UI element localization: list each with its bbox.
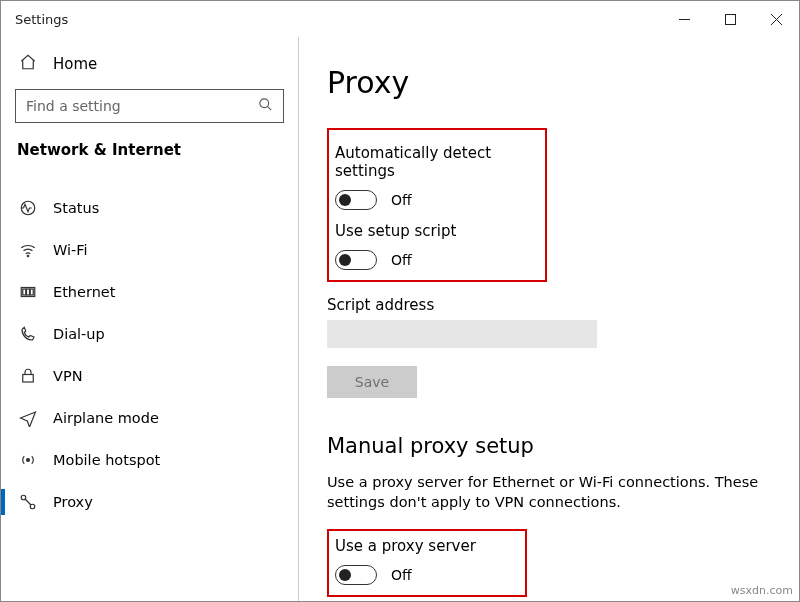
close-button[interactable]: [753, 1, 799, 37]
sidebar-item-label: VPN: [53, 368, 83, 384]
svg-rect-12: [23, 375, 34, 383]
auto-detect-label: Automatically detect settings: [335, 144, 525, 180]
setup-script-label: Use setup script: [335, 222, 525, 240]
sidebar-item-hotspot[interactable]: Mobile hotspot: [1, 439, 298, 481]
sidebar-item-label: Mobile hotspot: [53, 452, 160, 468]
highlight-box-auto: Automatically detect settings Off Use se…: [327, 128, 547, 282]
sidebar-item-label: Proxy: [53, 494, 93, 510]
manual-setup-heading: Manual proxy setup: [327, 434, 771, 458]
content-pane: Proxy Automatically detect settings Off …: [299, 37, 799, 601]
svg-rect-9: [23, 289, 26, 295]
airplane-icon: [19, 409, 37, 427]
category-heading: Network & Internet: [1, 137, 298, 173]
nav-list: Status Wi-Fi Ethernet Dial-up: [1, 187, 298, 523]
minimize-button[interactable]: [661, 1, 707, 37]
svg-rect-11: [30, 289, 33, 295]
search-box[interactable]: [15, 89, 284, 123]
wifi-icon: [19, 241, 37, 259]
search-input[interactable]: [26, 98, 258, 114]
titlebar: Settings: [1, 1, 799, 37]
sidebar-item-airplane[interactable]: Airplane mode: [1, 397, 298, 439]
svg-point-13: [27, 459, 30, 462]
search-icon: [258, 97, 273, 115]
status-icon: [19, 199, 37, 217]
sidebar-item-label: Airplane mode: [53, 410, 159, 426]
script-address-label: Script address: [327, 296, 771, 314]
manual-setup-description: Use a proxy server for Ethernet or Wi-Fi…: [327, 472, 767, 513]
dialup-icon: [19, 325, 37, 343]
setup-script-state: Off: [391, 252, 412, 268]
sidebar-item-vpn[interactable]: VPN: [1, 355, 298, 397]
page-title: Proxy: [327, 65, 771, 100]
sidebar-item-label: Wi-Fi: [53, 242, 88, 258]
highlight-box-manual: Use a proxy server Off: [327, 529, 527, 597]
home-label: Home: [53, 55, 97, 73]
sidebar-item-label: Status: [53, 200, 99, 216]
svg-line-5: [267, 106, 271, 110]
proxy-icon: [19, 493, 37, 511]
save-button[interactable]: Save: [327, 366, 417, 398]
home-button[interactable]: Home: [1, 47, 298, 89]
watermark: wsxdn.com: [731, 584, 793, 597]
svg-rect-1: [725, 14, 735, 24]
auto-detect-state: Off: [391, 192, 412, 208]
hotspot-icon: [19, 451, 37, 469]
vpn-icon: [19, 367, 37, 385]
svg-point-7: [27, 255, 29, 257]
sidebar-item-label: Ethernet: [53, 284, 115, 300]
home-icon: [19, 53, 37, 75]
setup-script-toggle[interactable]: [335, 250, 377, 270]
svg-rect-10: [27, 289, 30, 295]
sidebar-item-proxy[interactable]: Proxy: [1, 481, 298, 523]
svg-point-4: [260, 99, 269, 108]
sidebar-item-dialup[interactable]: Dial-up: [1, 313, 298, 355]
sidebar-item-label: Dial-up: [53, 326, 105, 342]
sidebar-item-wifi[interactable]: Wi-Fi: [1, 229, 298, 271]
maximize-button[interactable]: [707, 1, 753, 37]
use-proxy-label: Use a proxy server: [335, 537, 497, 555]
sidebar-item-status[interactable]: Status: [1, 187, 298, 229]
use-proxy-toggle[interactable]: [335, 565, 377, 585]
script-address-input[interactable]: [327, 320, 597, 348]
sidebar-item-ethernet[interactable]: Ethernet: [1, 271, 298, 313]
auto-detect-toggle[interactable]: [335, 190, 377, 210]
window-title: Settings: [15, 12, 68, 27]
ethernet-icon: [19, 283, 37, 301]
sidebar: Home Network & Internet Status Wi-Fi: [1, 37, 299, 601]
use-proxy-state: Off: [391, 567, 412, 583]
